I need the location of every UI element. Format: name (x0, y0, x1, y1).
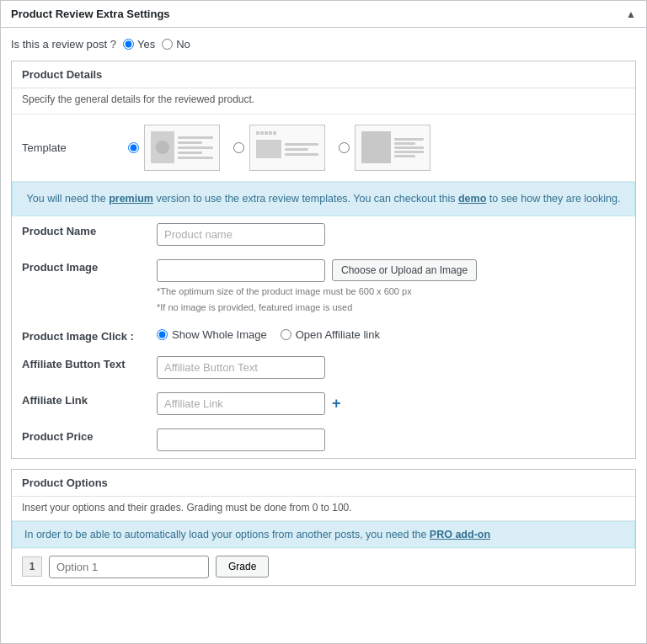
image-click-options: Show Whole Image Open Affiliate link (157, 328, 625, 341)
form-table: Product Name Product Image Choose or Upl… (12, 216, 635, 458)
show-whole-image-option[interactable]: Show Whole Image (157, 328, 267, 341)
image-click-row: Product Image Click : Show Whole Image O… (12, 322, 635, 349)
grade-button-1[interactable]: Grade (216, 556, 269, 577)
open-affiliate-link-label: Open Affiliate link (296, 328, 380, 341)
template-option-1[interactable] (128, 125, 220, 171)
yes-label: Yes (137, 38, 155, 51)
product-price-input[interactable]: 0.00 (157, 428, 325, 451)
add-affiliate-link-button[interactable]: + (332, 396, 341, 411)
thumb-right-col-3 (394, 131, 424, 164)
template-thumb-2 (249, 125, 325, 171)
product-price-label: Product Price (12, 422, 147, 458)
pro-addon-link[interactable]: PRO add-on (430, 529, 490, 540)
collapse-icon[interactable]: ▲ (626, 8, 636, 20)
image-hint-1: *The optimum size of the product image m… (157, 285, 625, 299)
template-radio-2[interactable] (233, 142, 244, 153)
meta-box: Product Review Extra Settings ▲ Is this … (0, 0, 647, 644)
product-options-box: Product Options Insert your options and … (11, 469, 636, 586)
template-radio-1[interactable] (128, 142, 139, 153)
affiliate-link-input[interactable] (157, 392, 325, 415)
template-option-2[interactable] (233, 125, 325, 171)
template-options (128, 125, 430, 171)
upload-button[interactable]: Choose or Upload an Image (332, 259, 477, 281)
product-details-desc: Specify the general details for the revi… (12, 88, 635, 114)
open-affiliate-link-option[interactable]: Open Affiliate link (281, 328, 380, 341)
image-click-label: Product Image Click : (12, 322, 147, 349)
product-image-row: Product Image Choose or Upload an Image … (12, 253, 635, 322)
no-option[interactable]: No (162, 38, 190, 51)
affiliate-link-row: Affiliate Link + (12, 386, 635, 422)
pro-banner: In order to be able to automatically loa… (12, 521, 635, 548)
template-section: Template (12, 114, 635, 182)
product-options-header: Product Options (12, 470, 635, 497)
template-option-3[interactable] (339, 125, 430, 171)
demo-link[interactable]: demo (458, 193, 486, 205)
product-image-label: Product Image (12, 253, 147, 322)
product-details-header: Product Details (12, 61, 635, 88)
affiliate-button-input[interactable] (157, 356, 325, 379)
affiliate-link-field-row: + (157, 392, 625, 415)
thumb-lines-1 (178, 131, 213, 164)
product-name-label: Product Name (12, 216, 147, 253)
template-thumb-1 (144, 125, 220, 171)
premium-notice: You will need the premium version to use… (12, 182, 635, 216)
product-options-desc: Insert your options and their grades. Gr… (12, 497, 635, 521)
product-details-box: Product Details Specify the general deta… (11, 61, 636, 459)
template-radio-3[interactable] (339, 142, 350, 153)
image-hint-2: *If no image is provided, featured image… (157, 301, 625, 315)
thumb-large-img-3 (361, 131, 391, 163)
yes-option[interactable]: Yes (123, 38, 155, 51)
meta-box-header: Product Review Extra Settings ▲ (1, 1, 646, 28)
thumb-img-1 (151, 131, 174, 163)
affiliate-link-label: Affiliate Link (12, 386, 147, 422)
product-name-row: Product Name (12, 216, 635, 253)
review-post-label: Is this a review post ? (11, 38, 116, 51)
show-whole-image-label: Show Whole Image (172, 328, 267, 341)
image-row: Choose or Upload an Image (157, 259, 625, 282)
image-url-input[interactable] (157, 259, 325, 282)
template-label: Template (22, 141, 123, 154)
yes-radio[interactable] (123, 39, 134, 50)
open-affiliate-link-radio[interactable] (281, 329, 291, 340)
show-whole-image-radio[interactable] (157, 329, 168, 340)
option-input-1[interactable] (49, 556, 209, 578)
review-post-row: Is this a review post ? Yes No (11, 38, 636, 51)
no-radio[interactable] (162, 39, 173, 50)
meta-box-content: Is this a review post ? Yes No Product D… (1, 28, 646, 596)
meta-box-title: Product Review Extra Settings (11, 8, 170, 20)
option-row-1: 1 Grade (12, 548, 635, 585)
product-name-input[interactable] (157, 223, 325, 246)
affiliate-button-label: Affiliate Button Text (12, 349, 147, 386)
template-thumb-3 (355, 125, 430, 171)
affiliate-button-row: Affiliate Button Text (12, 349, 635, 386)
product-price-row: Product Price 0.00 (12, 422, 635, 458)
no-label: No (176, 38, 190, 51)
option-number-1: 1 (22, 556, 42, 577)
premium-link[interactable]: premium (109, 193, 153, 205)
